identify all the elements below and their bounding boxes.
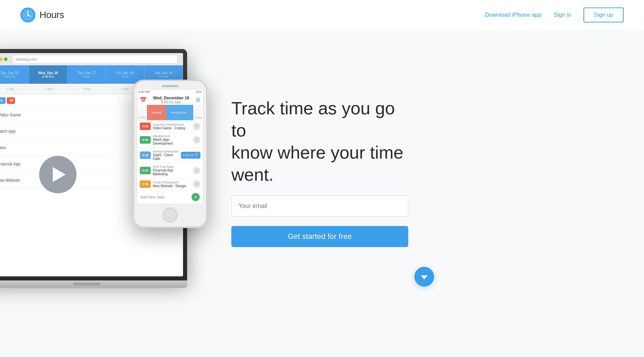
list-item: 0:00 Weathercorp Watch App · Development… [137, 132, 203, 148]
cta-area: Track time as you go to know where your … [211, 77, 644, 307]
scroll-down-area [231, 267, 617, 287]
iphone-time-block-salmon: raurant [147, 105, 166, 120]
signin-link[interactable]: Sign in [554, 12, 571, 18]
iphone-mockup: 5:00 PM 22% 📅 Wed, December 16 8:00 hrs … [133, 80, 208, 228]
settings-icon[interactable]: ⚙ [196, 97, 200, 103]
list-item: 5:30 Frank's Restaurant New Website · De… [137, 178, 203, 190]
week-tab-0[interactable]: Tue, Dec 15 0:45 hrs [0, 65, 29, 84]
play-triangle-icon [53, 167, 66, 182]
task-running-badge[interactable]: 1:00:18 ⏱ [181, 152, 200, 159]
task-info-3: Pine Tree Bank Financial App · Marketing [153, 165, 191, 176]
browser-url: tracking.com [13, 55, 177, 63]
task-badge-3: 0:00 [140, 167, 151, 174]
time-block-red: 00 [7, 97, 15, 104]
clock-icon [20, 7, 35, 22]
iphone-time-block-blue: Energy Ente... [166, 105, 193, 120]
task-badge-0: 0:00 [140, 123, 151, 130]
task-info-2: Energy Enterprises Sales · Client Calls [153, 150, 179, 161]
laptop-notch [73, 283, 100, 286]
download-app-link[interactable]: Download iPhone app [485, 12, 541, 18]
clock-running-icon: ⏱ [194, 153, 198, 158]
list-item: 2:30 Energy Enterprises Sales · Client C… [137, 148, 203, 163]
iphone-timeline: 4 PM raurant Energy Ente... 5 PM [137, 105, 203, 120]
iphone-home-button[interactable] [163, 208, 178, 223]
list-item: 0:00 Surprise Entertainment Video Game ·… [137, 120, 203, 132]
url-text: tracking.com [16, 57, 37, 61]
task-badge-2: 2:30 [140, 151, 151, 159]
minimize-dot [0, 58, 2, 61]
time-block-blue-1: 1:15 [0, 97, 5, 104]
iphone-screen: 5:00 PM 22% 📅 Wed, December 16 8:00 hrs … [137, 89, 203, 204]
calendar-icon[interactable]: 📅 [140, 97, 147, 103]
svg-point-4 [27, 14, 29, 16]
laptop-base [0, 280, 187, 288]
header: Hours Download iPhone app Sign in Sign u… [0, 0, 644, 30]
task-clock-3[interactable]: ⏱ [193, 167, 200, 174]
task-badge-4: 5:30 [140, 180, 151, 188]
task-info-0: Surprise Entertainment Video Game · Codi… [153, 123, 191, 130]
get-started-button[interactable]: Get started for free [231, 226, 408, 247]
add-task-row[interactable]: Add New Task + [137, 190, 203, 204]
task-info-4: Frank's Restaurant New Website · Design [153, 181, 191, 188]
task-info-1: Weathercorp Watch App · Development [153, 134, 191, 145]
signup-button[interactable]: Sign up [583, 7, 624, 22]
cta-headline: Track time as you go to know where your … [231, 97, 408, 186]
devices-area: tracking.com Tue, Dec 15 0:45 hrs [0, 39, 211, 345]
browser-dots [0, 58, 7, 61]
logo-area: Hours [20, 7, 64, 22]
week-tab-1[interactable]: Wed, Dec 16 0:30 hrs [29, 65, 67, 84]
browser-chrome: tracking.com [0, 53, 183, 65]
task-clock-1[interactable]: ⏱ [193, 136, 200, 144]
week-tab-2[interactable]: Thu, Dec 17 0 hrs [67, 65, 106, 84]
email-input[interactable] [231, 195, 408, 216]
nav-area: Download iPhone app Sign in Sign up [485, 7, 624, 22]
chevron-down-icon [421, 275, 428, 279]
add-task-button[interactable]: + [192, 193, 200, 201]
logo-text: Hours [39, 10, 64, 20]
maximize-dot [4, 58, 7, 61]
iphone-app-header-icons: 📅 Wed, December 16 8:00 hrs total ⚙ [137, 94, 203, 105]
iphone-status-bar: 5:00 PM 22% [137, 90, 203, 94]
main-content: tracking.com Tue, Dec 15 0:45 hrs [0, 30, 644, 354]
list-item: 0:00 Pine Tree Bank Financial App · Mark… [137, 163, 203, 178]
task-badge-1: 0:00 [140, 136, 151, 144]
task-clock-0[interactable]: ⏱ [193, 123, 200, 130]
task-clock-4[interactable]: ⏱ [193, 180, 200, 188]
scroll-down-button[interactable] [414, 267, 434, 287]
play-button[interactable] [39, 156, 77, 193]
iphone-speaker [162, 85, 179, 87]
